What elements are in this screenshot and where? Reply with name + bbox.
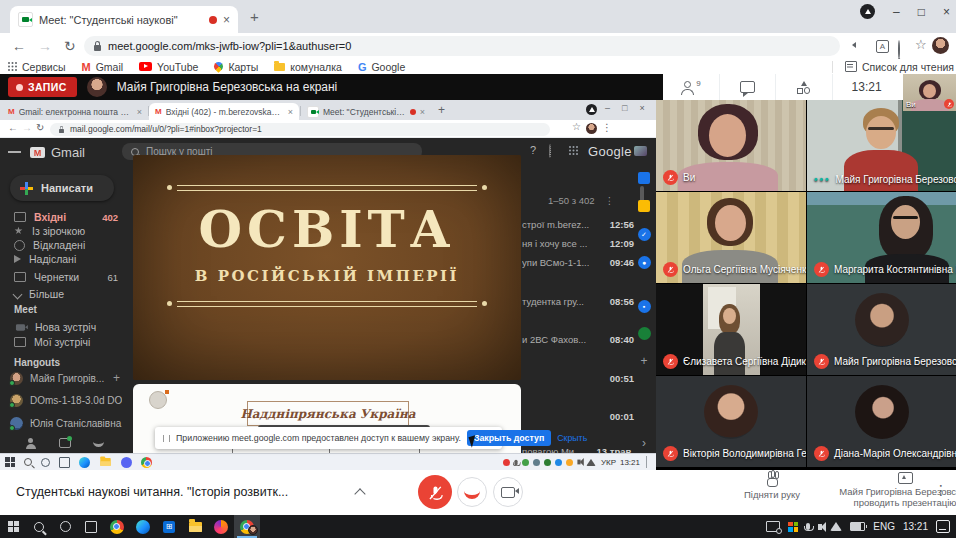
email-row[interactable]: строї m.berez...12:56 bbox=[522, 219, 634, 230]
forward-button[interactable]: → bbox=[22, 122, 32, 133]
close-button[interactable]: × bbox=[639, 103, 644, 113]
close-button[interactable]: × bbox=[943, 5, 950, 19]
language-indicator[interactable]: ENG bbox=[873, 521, 895, 532]
taskbar-explorer-icon[interactable] bbox=[182, 515, 208, 538]
gear-icon[interactable] bbox=[549, 145, 551, 157]
bookmark-youtube[interactable]: YouTube bbox=[139, 61, 198, 73]
shared-new-tab-button[interactable]: + bbox=[438, 103, 445, 117]
bookmark-komunalka[interactable]: комуналка bbox=[274, 61, 342, 73]
hide-notice-button[interactable]: Скрыть bbox=[557, 433, 587, 443]
sidebar-item-more[interactable]: Більше bbox=[0, 287, 128, 301]
bookmark-star-icon[interactable]: ☆ bbox=[572, 121, 581, 132]
start-button[interactable] bbox=[0, 515, 26, 538]
sidebar-item-drafts[interactable]: Чернетки61 bbox=[0, 270, 128, 284]
maximize-button[interactable]: □ bbox=[918, 5, 925, 19]
translate-icon[interactable]: A bbox=[876, 40, 889, 53]
contacts-icon[interactable] bbox=[25, 438, 37, 450]
email-row[interactable]: и 2ВС Фахов...08:40 bbox=[522, 334, 634, 345]
back-button[interactable]: ← bbox=[12, 38, 26, 54]
sidebar-item-inbox[interactable]: Вхідні402 bbox=[0, 210, 128, 224]
email-row[interactable]: упи ВСмо-1-1...09:46 bbox=[522, 257, 634, 268]
network-tray-icon[interactable] bbox=[830, 522, 842, 531]
hangouts-contact[interactable]: Юлія Станіславівна Рибочок... bbox=[0, 417, 128, 430]
minimize-button[interactable]: – bbox=[893, 5, 900, 19]
browser-menu-icon[interactable]: ⋮ bbox=[951, 38, 956, 53]
reload-button[interactable]: ↻ bbox=[36, 122, 44, 133]
mute-button[interactable] bbox=[418, 475, 452, 509]
chrome-icon[interactable] bbox=[141, 457, 152, 468]
profile-avatar[interactable] bbox=[932, 37, 949, 54]
task-view-button[interactable] bbox=[78, 515, 104, 538]
taskbar-edge-icon[interactable] bbox=[130, 515, 156, 538]
participant-tile[interactable]: Ольга Сергіївна Мусіяченко bbox=[656, 192, 806, 283]
taskbar-store-icon[interactable]: ⊞ bbox=[156, 515, 182, 538]
bookmark-google[interactable]: GGoogle bbox=[358, 61, 405, 73]
participant-tile[interactable]: •••Майя Григорівна Березовська bbox=[807, 100, 956, 191]
tray-icon[interactable] bbox=[544, 459, 551, 466]
side-panel-expand-icon[interactable]: › bbox=[637, 436, 651, 450]
address-bar[interactable]: meet.google.com/mks-jwfb-iow?pli=1&authu… bbox=[84, 36, 840, 56]
colored-app-tray-icon[interactable] bbox=[788, 522, 798, 532]
tray-icon[interactable] bbox=[522, 459, 529, 466]
file-explorer-icon[interactable] bbox=[100, 458, 110, 466]
taskbar-chrome-active-window[interactable] bbox=[234, 515, 260, 538]
side-panel-add-icon[interactable]: + bbox=[637, 354, 651, 368]
side-panel-keep-icon[interactable] bbox=[637, 200, 651, 212]
bookmark-services[interactable]: Сервисы bbox=[8, 61, 66, 73]
new-tab-button[interactable]: + bbox=[250, 8, 259, 25]
action-center-icon[interactable] bbox=[936, 520, 950, 533]
participant-tile[interactable]: Маргарита Костянтинівна Мал... bbox=[807, 192, 956, 283]
side-panel-meet-icon[interactable]: ▪ bbox=[637, 300, 651, 313]
chat-button[interactable] bbox=[719, 74, 776, 100]
show-desktop-button[interactable] bbox=[646, 456, 651, 468]
bookmark-star-icon[interactable]: ☆ bbox=[915, 37, 927, 52]
side-panel-addon-icon[interactable] bbox=[637, 327, 651, 340]
help-icon[interactable]: ? bbox=[530, 144, 536, 156]
email-row[interactable]: 00:01 bbox=[522, 411, 634, 422]
participants-button[interactable]: 9 bbox=[663, 74, 719, 100]
camera-button[interactable] bbox=[493, 477, 523, 507]
account-avatar[interactable] bbox=[634, 146, 647, 156]
email-row[interactable]: ня і хочу все ...12:09 bbox=[522, 238, 634, 249]
side-panel-contacts-icon[interactable]: ● bbox=[637, 256, 651, 269]
back-button[interactable]: ← bbox=[8, 122, 18, 133]
volume-tray-icon[interactable] bbox=[818, 524, 822, 530]
activities-button[interactable] bbox=[775, 74, 832, 100]
shared-tab-meet[interactable]: Meet: "Студентські наукові" × bbox=[301, 103, 431, 120]
zoom-icon[interactable] bbox=[898, 41, 900, 59]
chevron-up-icon[interactable] bbox=[354, 488, 365, 499]
profile-avatar[interactable] bbox=[586, 123, 597, 134]
cortana-button[interactable] bbox=[52, 515, 78, 538]
hangouts-contact[interactable]: Майя Григорів...+ bbox=[0, 371, 128, 385]
tray-icon[interactable] bbox=[533, 459, 540, 466]
shared-tab-gmail[interactable]: M Gmail: електронна пошта від G× bbox=[2, 103, 148, 120]
search-icon[interactable] bbox=[24, 458, 32, 466]
shared-address-bar[interactable]: mail.google.com/mail/u/0/?pli=1#inbox?pr… bbox=[50, 123, 550, 136]
sidebar-item-sent[interactable]: Надіслані bbox=[0, 252, 128, 266]
task-view-icon[interactable] bbox=[59, 457, 70, 468]
reload-button[interactable]: ↻ bbox=[64, 38, 76, 54]
participant-tile[interactable]: Вікторія Володимирівна Герман bbox=[656, 376, 806, 467]
side-panel-calendar-icon[interactable] bbox=[637, 172, 651, 184]
shared-tab-inbox[interactable]: M Вхідні (402) - m.berezovska@ku× bbox=[149, 103, 299, 120]
sidebar-item-starred[interactable]: ★ Із зірочкою bbox=[0, 224, 128, 238]
email-row[interactable]: тудентка гру...08:56 bbox=[522, 296, 634, 307]
self-view-thumbnail[interactable]: Ви bbox=[903, 74, 956, 111]
maximize-button[interactable]: □ bbox=[622, 103, 627, 113]
tray-icon[interactable] bbox=[566, 459, 573, 466]
mic-tray-icon[interactable] bbox=[514, 459, 517, 465]
screen-record-tray-icon[interactable] bbox=[766, 521, 780, 532]
sidebar-item-new-meeting[interactable]: Нова зустріч bbox=[0, 320, 128, 334]
edge-icon[interactable] bbox=[79, 457, 90, 468]
tray-icon[interactable] bbox=[555, 459, 562, 466]
browser-update-icon[interactable] bbox=[860, 4, 875, 19]
language-indicator[interactable]: УКР bbox=[601, 458, 616, 467]
clock[interactable]: 13:21 bbox=[620, 458, 640, 467]
taskbar-firefox-icon[interactable] bbox=[208, 515, 234, 538]
calls-icon[interactable] bbox=[93, 438, 104, 447]
bookmark-gmail[interactable]: MGmail bbox=[82, 61, 124, 73]
forward-button[interactable]: → bbox=[38, 38, 52, 54]
bookmark-maps[interactable]: Карты bbox=[214, 61, 258, 73]
hangouts-contact[interactable]: DOms-1-18-3.0d DOms-1-18-3... bbox=[0, 394, 128, 407]
more-options-icon[interactable]: ⋮ bbox=[934, 482, 948, 498]
